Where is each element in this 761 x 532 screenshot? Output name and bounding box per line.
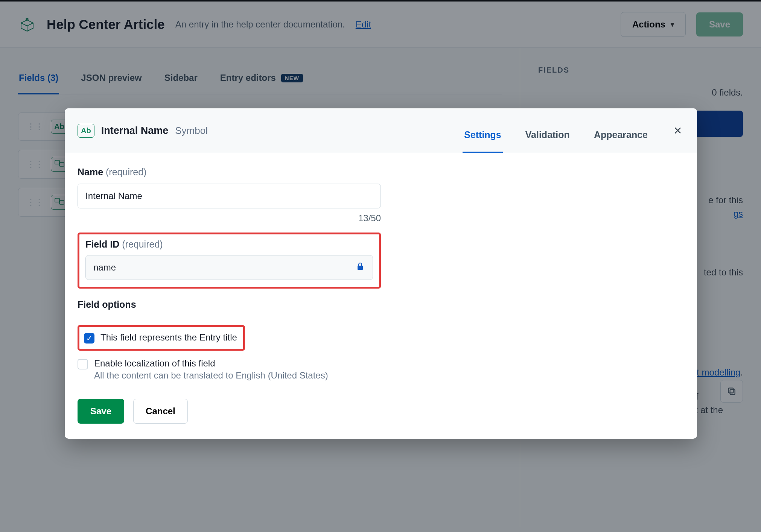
- name-char-count: 13/50: [78, 213, 381, 223]
- field-id-input[interactable]: [85, 255, 373, 280]
- entry-title-checkbox-row: ✓ This field represents the Entry title: [84, 330, 237, 346]
- entry-title-highlight: ✓ This field represents the Entry title: [78, 325, 245, 351]
- field-id-highlight: Field ID (required): [78, 233, 381, 289]
- localization-checkbox[interactable]: [78, 359, 88, 369]
- modal-field-type: Symbol: [175, 125, 208, 137]
- entry-title-label: This field represents the Entry title: [100, 332, 237, 343]
- name-input[interactable]: [78, 184, 381, 208]
- field-id-input-wrap: [85, 255, 373, 280]
- localization-help: All the content can be translated to Eng…: [94, 370, 328, 381]
- modal-body: Name (required) 13/50 Field ID (required…: [65, 153, 697, 439]
- field-settings-modal: Ab Internal Name Symbol Settings Validat…: [65, 108, 697, 439]
- field-id-label: Field ID (required): [85, 239, 163, 249]
- modal-header: Ab Internal Name Symbol Settings Validat…: [65, 108, 697, 153]
- modal-title: Internal Name: [101, 125, 169, 137]
- modal-tabs: Settings Validation Appearance: [463, 118, 649, 143]
- modal-tab-appearance[interactable]: Appearance: [592, 118, 649, 153]
- localization-checkbox-row: Enable localization of this field All th…: [78, 356, 684, 383]
- name-label: Name (required): [78, 167, 146, 177]
- modal-tab-settings[interactable]: Settings: [463, 118, 503, 153]
- text-field-icon: Ab: [78, 124, 94, 138]
- modal-tab-validation[interactable]: Validation: [524, 118, 571, 153]
- close-icon[interactable]: ✕: [671, 122, 684, 139]
- save-button[interactable]: Save: [78, 399, 124, 424]
- lock-icon: [356, 262, 365, 273]
- modal-actions: Save Cancel: [78, 399, 684, 424]
- localization-label: Enable localization of this field: [94, 358, 328, 369]
- field-options-heading: Field options: [78, 299, 684, 310]
- entry-title-checkbox[interactable]: ✓: [84, 333, 94, 344]
- cancel-button[interactable]: Cancel: [133, 399, 188, 424]
- name-field-group: Name (required) 13/50: [78, 167, 381, 223]
